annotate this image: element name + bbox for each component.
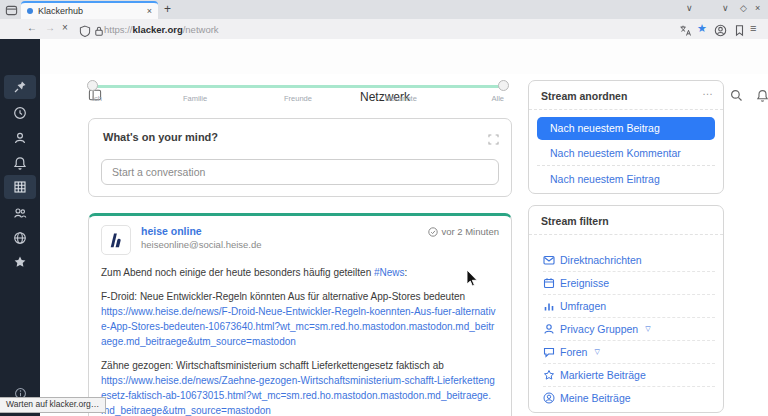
sidebar-item-groups[interactable] (4, 201, 36, 225)
post-timestamp[interactable]: vor 2 Minuten (428, 226, 499, 237)
filter-item-label: Direktnachrichten (560, 254, 642, 266)
post-item-title: F-Droid: Neue Entwickler-Regeln könnten … (101, 291, 465, 302)
filter-item-my-posts[interactable]: Meine Beiträge (543, 386, 715, 409)
slider-handle-max[interactable] (498, 80, 509, 91)
slider-label: Alle (491, 94, 504, 103)
globe-icon (13, 231, 27, 245)
bookmark-star-icon[interactable]: ★ (697, 22, 707, 35)
chevron-down-icon[interactable]: ▽ (645, 325, 650, 333)
sidebar-item-pinned[interactable] (4, 75, 36, 99)
heise-logo-icon (105, 229, 127, 251)
comment-icon (543, 346, 555, 358)
tab-favicon-icon (27, 8, 33, 14)
filter-item-label: Privacy Gruppen (560, 323, 638, 335)
new-tab-button[interactable]: + (164, 2, 171, 17)
expand-icon[interactable] (488, 131, 499, 149)
url-domain: klacker.org (133, 24, 183, 35)
slider-label: Ich (92, 94, 102, 103)
window-maximize-button[interactable]: ◇ (740, 3, 747, 13)
chart-icon (543, 300, 555, 312)
check-circle-icon (428, 227, 438, 237)
slider-label: Familie (183, 94, 207, 103)
users-icon (13, 206, 27, 220)
slider-labels: Ich Familie Freunde Bekannte Alle (92, 94, 504, 104)
calendar-icon (543, 277, 555, 289)
tab-overflow-icon[interactable]: ∨ (686, 3, 693, 13)
sidebar-item-network[interactable] (4, 175, 36, 199)
sidebar-item-public[interactable] (4, 226, 36, 250)
post-item: F-Droid: Neue Entwickler-Regeln könnten … (101, 289, 499, 349)
sidebar-item-starred[interactable] (4, 250, 36, 274)
url-path: /network (183, 24, 219, 35)
stream-order-card: Stream anordnen … Nach neuestem Beitrag … (528, 80, 724, 194)
order-option-newest-comment[interactable]: Nach neuestem Kommentar (550, 147, 681, 159)
post-item: Zähne gezogen: Wirtschaftsministerium sc… (101, 358, 499, 416)
filter-item-label: Foren (560, 346, 587, 358)
search-icon[interactable] (730, 88, 743, 106)
person-icon (543, 323, 555, 335)
post-item-link[interactable]: https://www.heise.de/news/F-Droid-Neue-E… (101, 306, 496, 347)
stream-order-header: Stream anordnen … (529, 81, 723, 110)
filter-item-events[interactable]: Ereignisse (543, 271, 715, 295)
filter-item-label: Meine Beiträge (560, 392, 631, 404)
clock-icon (13, 106, 27, 120)
hamburger-menu-icon[interactable]: ≡ (750, 22, 756, 34)
post-author-avatar[interactable] (101, 225, 131, 255)
composer-title: What's on your mind? (103, 131, 218, 143)
bell-icon (13, 156, 27, 170)
filter-item-polls[interactable]: Umfragen (543, 294, 715, 318)
grid-icon (13, 180, 27, 194)
pin-icon (13, 80, 27, 94)
filter-item-label: Umfragen (560, 300, 606, 312)
browser-tab[interactable]: Klackerhub × (21, 1, 158, 19)
sidebar-item-notifications[interactable] (4, 151, 36, 175)
status-bar: Warten auf klacker.org… (0, 397, 106, 413)
order-option-newest-post[interactable]: Nach neuestem Beitrag (537, 117, 715, 140)
post-intro-suffix: : (405, 267, 408, 278)
order-option-newest-entry[interactable]: Nach neuestem Eintrag (550, 173, 660, 185)
person-icon (13, 131, 27, 145)
card-menu-icon[interactable]: … (702, 85, 713, 97)
tab-close-icon[interactable]: × (147, 6, 152, 16)
envelope-icon (543, 254, 555, 266)
stream-filter-card: Stream filtern Direktnachrichten Ereigni… (528, 205, 724, 413)
composer-input[interactable] (101, 159, 499, 185)
post-intro-text: Zum Abend noch einige der heute besonder… (101, 267, 374, 278)
post-author-name[interactable]: heise online (141, 225, 202, 237)
forward-button[interactable]: → (45, 22, 55, 33)
filter-item-label: Ereignisse (560, 277, 609, 289)
composer-card: What's on your mind? (88, 118, 512, 197)
chevron-down-icon[interactable]: ▽ (594, 348, 599, 356)
slider-label: Bekannte (385, 94, 417, 103)
post-item-title: Zähne gezogen: Wirtschaftsministerium sc… (101, 360, 444, 371)
filter-item-starred-posts[interactable]: Markierte Beiträge (543, 363, 715, 387)
filter-item-privacy-groups[interactable]: Privacy Gruppen ▽ (543, 317, 715, 341)
stop-button[interactable]: × (62, 22, 68, 33)
url-bar[interactable]: https://klacker.org/network (104, 24, 219, 35)
back-button[interactable]: ← (27, 22, 37, 33)
slider-label: Freunde (284, 94, 312, 103)
person-circle-icon (543, 392, 555, 404)
filter-item-label: Markierte Beiträge (560, 369, 646, 381)
mouse-cursor (466, 269, 480, 293)
star-icon (13, 255, 27, 269)
notifications-bell-icon[interactable] (756, 88, 768, 106)
post-author-handle: heiseonline@social.heise.de (141, 239, 262, 250)
stream-filter-title: Stream filtern (541, 215, 609, 227)
filter-item-direct-messages[interactable]: Direktnachrichten (543, 248, 715, 272)
post-time-text: vor 2 Minuten (441, 226, 499, 237)
slider-handle-min[interactable] (87, 80, 98, 91)
hashtag-link[interactable]: #News (374, 267, 405, 278)
stream-order-title: Stream anordnen (541, 90, 627, 102)
post-body: Zum Abend noch einige der heute besonder… (101, 265, 499, 416)
window-minimize-button[interactable]: ∨ (722, 3, 729, 13)
divider (537, 165, 715, 166)
window-close-button[interactable]: × (755, 3, 760, 13)
affinity-slider-track[interactable] (92, 85, 504, 88)
tab-title: Klackerhub (38, 6, 142, 16)
filter-item-forums[interactable]: Foren ▽ (543, 340, 715, 364)
post-card: heise online heiseonline@social.heise.de… (88, 213, 512, 416)
sidebar-item-history[interactable] (4, 101, 36, 125)
post-item-link[interactable]: https://www.heise.de/news/Zaehne-gezogen… (101, 375, 495, 416)
sidebar-item-profile[interactable] (4, 126, 36, 150)
